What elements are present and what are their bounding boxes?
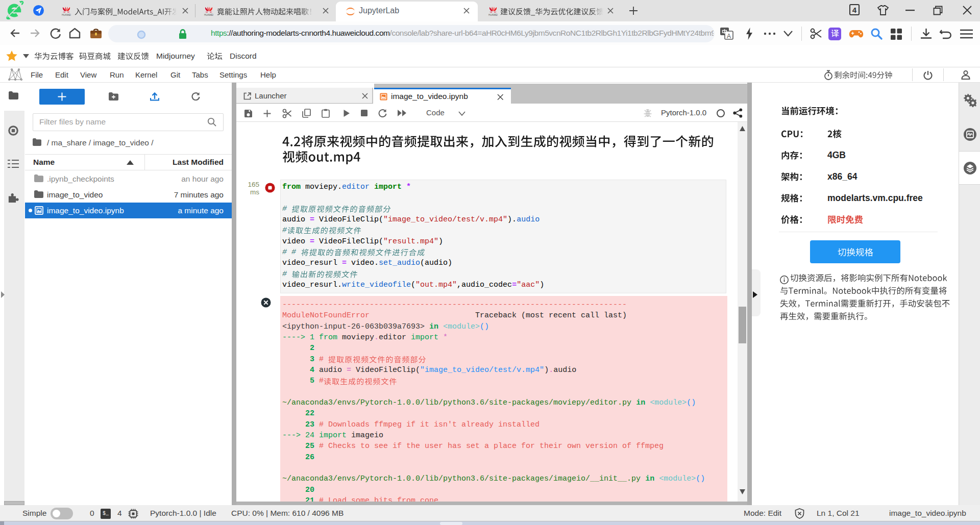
svg-text:HUAWEI: HUAWEI — [204, 14, 213, 16]
svg-text:HUAWEI: HUAWEI — [62, 14, 71, 16]
svg-text:A: A — [727, 33, 731, 40]
svg-text:HUAWEI: HUAWEI — [488, 14, 498, 16]
